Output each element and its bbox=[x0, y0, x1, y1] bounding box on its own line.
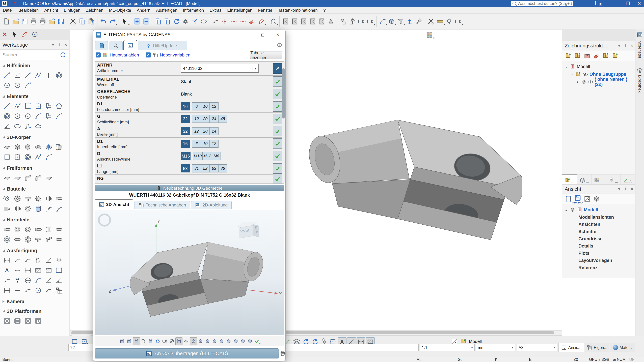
pv-container-icon[interactable] bbox=[176, 337, 182, 345]
cut-icon[interactable] bbox=[68, 17, 78, 26]
option-chip[interactable]: 12 bbox=[192, 115, 201, 122]
hl-circle2-icon[interactable] bbox=[54, 70, 64, 80]
el-cloud-icon[interactable] bbox=[33, 121, 44, 131]
selected-value-chip[interactable]: 16 bbox=[181, 102, 190, 110]
pv-ori5-icon[interactable] bbox=[226, 338, 232, 345]
raise-icon[interactable] bbox=[405, 17, 414, 26]
option-chip[interactable]: 24 bbox=[210, 115, 218, 122]
pv-ori2-icon[interactable] bbox=[204, 338, 211, 345]
el-spline-icon[interactable] bbox=[23, 121, 33, 131]
dock-tab-layers[interactable]: ... bbox=[577, 174, 592, 184]
paper-combo[interactable]: A3▾ bbox=[517, 344, 557, 351]
funnel-icon[interactable]: ▾ bbox=[396, 17, 405, 26]
tree-item-modell[interactable]: ⌄ Modell bbox=[564, 63, 635, 70]
stretch-icon[interactable] bbox=[211, 17, 220, 26]
eraser-icon[interactable] bbox=[248, 17, 256, 26]
confirm-button[interactable] bbox=[273, 151, 282, 161]
n-tpipe-icon[interactable] bbox=[33, 234, 44, 245]
pv-ori1-icon[interactable] bbox=[197, 338, 204, 345]
preview-scene[interactable]: Y Z X bbox=[95, 210, 284, 335]
menu-information[interactable]: Information bbox=[180, 7, 207, 13]
el-doublecontour-icon[interactable] bbox=[44, 111, 54, 121]
section-header[interactable]: Bauteile bbox=[0, 185, 69, 193]
k-split-icon[interactable] bbox=[2, 152, 12, 162]
panel-menu-icon[interactable]: ▾ bbox=[50, 42, 56, 47]
option-chip[interactable]: 20 bbox=[201, 115, 210, 122]
expand-icon[interactable]: ⌄ bbox=[564, 208, 568, 212]
confirm-button[interactable] bbox=[273, 101, 282, 112]
b-bolt-icon[interactable] bbox=[54, 194, 64, 204]
a-stopdim-icon[interactable] bbox=[2, 285, 12, 296]
copy-icon[interactable] bbox=[78, 17, 87, 26]
nebenvariablen-checkbox[interactable]: ✓ bbox=[146, 52, 151, 57]
tab-part-view[interactable] bbox=[124, 40, 137, 50]
menu-me-objekte[interactable]: ME-Objekte bbox=[106, 7, 134, 13]
hl-circledot-icon[interactable] bbox=[2, 80, 12, 90]
expand-icon[interactable]: › bbox=[576, 80, 580, 84]
b-coupling-icon[interactable] bbox=[12, 204, 23, 214]
panel-close-icon[interactable]: ✕ bbox=[629, 187, 635, 191]
expand-icon[interactable]: ⌄ bbox=[564, 64, 568, 69]
menu-ansicht[interactable]: Ansicht bbox=[42, 7, 61, 13]
display-a-icon[interactable] bbox=[281, 17, 290, 26]
pv-ori6-icon[interactable] bbox=[232, 338, 239, 345]
hl-circleline-icon[interactable] bbox=[12, 80, 23, 90]
tell-me-search[interactable]: Was möchtest du tun? (Strg+,) bbox=[511, 1, 573, 6]
save-clock-icon[interactable] bbox=[56, 17, 66, 26]
el-circlearc-icon[interactable] bbox=[33, 111, 44, 121]
ruler-icon[interactable]: ▾ bbox=[436, 17, 444, 26]
b-plate-icon[interactable] bbox=[12, 194, 23, 204]
pv-zoom-icon[interactable] bbox=[140, 338, 147, 345]
option-chip[interactable]: 52 bbox=[201, 165, 210, 172]
b-stairs-icon[interactable] bbox=[44, 204, 54, 214]
b-cylinder-icon[interactable] bbox=[33, 204, 44, 214]
trim-multi-icon[interactable] bbox=[238, 17, 248, 26]
undo-icon[interactable] bbox=[99, 17, 108, 26]
el-angle-icon[interactable] bbox=[2, 121, 12, 131]
el-arc-icon[interactable] bbox=[54, 111, 64, 121]
n-ibeam-icon[interactable] bbox=[44, 224, 54, 234]
section-header[interactable]: Elemente bbox=[0, 92, 69, 101]
b-shaft-icon[interactable] bbox=[23, 194, 33, 204]
panel-tab-Ansic[interactable]: Ansic... bbox=[558, 343, 584, 352]
a-table-icon[interactable] bbox=[54, 285, 64, 296]
record-icon[interactable] bbox=[31, 31, 38, 38]
tab-catalog[interactable] bbox=[95, 41, 108, 50]
option-chip[interactable]: 12 bbox=[210, 140, 218, 147]
pv-ori8-icon[interactable] bbox=[246, 338, 253, 345]
open-icon[interactable] bbox=[11, 17, 20, 26]
scale-combo[interactable]: 1:1▾ bbox=[420, 344, 474, 351]
pv-section-icon[interactable] bbox=[183, 338, 190, 345]
r-add-icon[interactable] bbox=[564, 51, 573, 60]
n-nut-icon[interactable] bbox=[12, 224, 23, 234]
option-chip[interactable]: 20 bbox=[201, 128, 210, 135]
a-light-icon[interactable] bbox=[54, 255, 64, 265]
r-new-icon[interactable] bbox=[573, 51, 582, 60]
edit-pen-icon[interactable]: ▾ bbox=[256, 17, 266, 26]
restore-button[interactable]: ❐ bbox=[622, 0, 633, 7]
pyramid-icon[interactable] bbox=[326, 17, 336, 26]
table-scrollbar[interactable] bbox=[282, 61, 285, 183]
el-polygon-icon[interactable] bbox=[54, 101, 64, 111]
section-header[interactable]: Kamera bbox=[0, 297, 69, 306]
confirm-button[interactable] bbox=[273, 126, 282, 136]
confirm-button[interactable] bbox=[273, 163, 282, 174]
a-chaindim-icon[interactable] bbox=[23, 265, 33, 275]
el-rectgrid-icon[interactable] bbox=[33, 101, 44, 111]
panel-menu-icon[interactable]: ▾ bbox=[616, 187, 622, 191]
move-icon[interactable] bbox=[154, 17, 163, 26]
viewport-layout-icon[interactable]: ▾ bbox=[425, 30, 434, 39]
selected-value-chip[interactable]: M16 bbox=[181, 152, 190, 160]
dialog-minimize-button[interactable]: – bbox=[240, 32, 255, 37]
confirm-button[interactable] bbox=[273, 89, 282, 99]
a-indexleader-icon[interactable] bbox=[44, 285, 54, 296]
option-chip[interactable]: 12 bbox=[210, 103, 218, 110]
tab-2d-ableitung[interactable]: 2D-Ableitung bbox=[191, 201, 232, 209]
view-item-referenz[interactable]: Referenz bbox=[578, 264, 635, 271]
el-polyline-icon[interactable] bbox=[12, 101, 23, 111]
k-rev-icon[interactable] bbox=[23, 152, 33, 162]
option-chip[interactable]: M10 bbox=[193, 152, 203, 160]
tools-search-input[interactable]: Suchen bbox=[0, 50, 69, 60]
menu-zeichnen[interactable]: Zeichnen bbox=[83, 7, 106, 13]
view-item-ansichten[interactable]: Ansichten bbox=[578, 221, 635, 228]
